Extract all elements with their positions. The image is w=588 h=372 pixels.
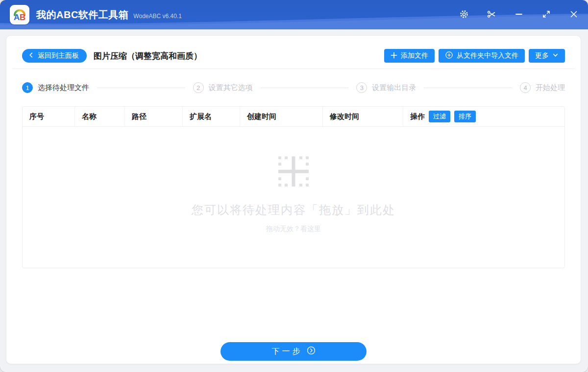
circle-plus-icon xyxy=(445,51,453,61)
step-4-circle: 4 xyxy=(520,82,531,93)
empty-state: 您可以将待处理内容「拖放」到此处 拖动无效？看这里 xyxy=(23,156,564,233)
maximize-icon xyxy=(541,9,551,21)
step-2-label: 设置其它选项 xyxy=(209,83,253,93)
drag-drop-plus-icon xyxy=(278,156,309,188)
gear-icon xyxy=(459,9,469,21)
add-files-button[interactable]: 添加文件 xyxy=(384,49,435,63)
column-header-path: 路径 xyxy=(124,107,182,126)
import-from-folder-button[interactable]: 从文件夹中导入文件 xyxy=(439,49,525,63)
close-button[interactable] xyxy=(569,10,579,20)
window-controls xyxy=(459,10,579,20)
step-4-label: 开始处理 xyxy=(536,83,565,93)
back-button-label: 返回到主面板 xyxy=(38,51,79,60)
circle-arrow-right-icon xyxy=(307,346,316,357)
more-button[interactable]: 更多 xyxy=(529,49,565,63)
column-header-actions: 操作 过滤 排序 xyxy=(403,107,564,126)
minimize-icon xyxy=(514,9,524,21)
scissors-icon xyxy=(487,9,496,21)
column-header-extension: 扩展名 xyxy=(182,107,240,126)
drag-help-link[interactable]: 拖动无效？看这里 xyxy=(266,225,321,233)
table-header-row: 序号 名称 路径 扩展名 创建时间 修改时间 操作 过滤 排序 xyxy=(23,107,564,127)
close-icon xyxy=(569,9,579,21)
title-bar: A B 我的ABC软件工具箱 WodeABC v6.40.1 xyxy=(0,0,588,29)
import-from-folder-label: 从文件夹中导入文件 xyxy=(457,51,518,60)
screenshot-button[interactable] xyxy=(487,10,496,20)
panel-footer: 下一步 xyxy=(6,342,581,361)
step-3-circle: 3 xyxy=(356,82,367,93)
column-header-modified: 修改时间 xyxy=(322,107,403,126)
step-connector xyxy=(261,88,349,88)
step-1-circle: 1 xyxy=(22,82,33,93)
app-version: WodeABC v6.40.1 xyxy=(133,13,182,20)
back-to-dashboard-button[interactable]: 返回到主面板 xyxy=(22,49,87,63)
page-title: 图片压缩（调整宽高和画质） xyxy=(94,50,202,62)
step-2-options: 2 设置其它选项 xyxy=(193,82,253,93)
next-step-button[interactable]: 下一步 xyxy=(220,342,367,361)
step-3-output-dir: 3 设置输出目录 xyxy=(356,82,416,93)
main-panel: 返回到主面板 图片压缩（调整宽高和画质） 添加文件 xyxy=(6,35,581,364)
chevron-down-icon xyxy=(552,52,559,60)
step-3-label: 设置输出目录 xyxy=(372,83,416,93)
step-connector xyxy=(424,88,512,88)
step-4-start: 4 开始处理 xyxy=(520,82,565,93)
step-2-circle: 2 xyxy=(193,82,204,93)
drop-hint-text: 您可以将待处理内容「拖放」到此处 xyxy=(192,202,395,218)
next-step-label: 下一步 xyxy=(272,347,303,357)
drop-zone[interactable]: 您可以将待处理内容「拖放」到此处 拖动无效？看这里 xyxy=(23,127,564,268)
app-logo: A B xyxy=(10,5,29,24)
app-window: A B 我的ABC软件工具箱 WodeABC v6.40.1 xyxy=(0,0,588,372)
svg-text:B: B xyxy=(20,13,25,22)
settings-button[interactable] xyxy=(459,10,469,20)
panel-header: 返回到主面板 图片压缩（调整宽高和画质） 添加文件 xyxy=(22,49,565,63)
maximize-button[interactable] xyxy=(541,10,551,20)
step-1-label: 选择待处理文件 xyxy=(38,83,89,93)
minimize-button[interactable] xyxy=(514,10,524,20)
header-actions: 添加文件 从文件夹中导入文件 更多 xyxy=(384,49,565,63)
column-header-index: 序号 xyxy=(23,107,74,126)
column-header-created: 创建时间 xyxy=(240,107,322,126)
step-indicator: 1 选择待处理文件 2 设置其它选项 3 设置输出目录 4 开始处理 xyxy=(22,69,565,106)
plus-icon xyxy=(391,52,397,60)
app-title: 我的ABC软件工具箱 xyxy=(36,8,128,22)
more-button-label: 更多 xyxy=(535,51,549,60)
actions-label: 操作 xyxy=(410,112,425,121)
chevron-left-icon xyxy=(28,52,34,60)
add-files-label: 添加文件 xyxy=(401,51,428,60)
svg-text:A: A xyxy=(14,13,20,22)
title-group: 我的ABC软件工具箱 WodeABC v6.40.1 xyxy=(36,8,182,22)
column-header-name: 名称 xyxy=(74,107,124,126)
step-1-select-files: 1 选择待处理文件 xyxy=(22,82,89,93)
file-table: 序号 名称 路径 扩展名 创建时间 修改时间 操作 过滤 排序 xyxy=(22,106,565,268)
filter-button[interactable]: 过滤 xyxy=(429,111,450,122)
step-connector xyxy=(97,88,185,88)
sort-button[interactable]: 排序 xyxy=(454,111,476,122)
